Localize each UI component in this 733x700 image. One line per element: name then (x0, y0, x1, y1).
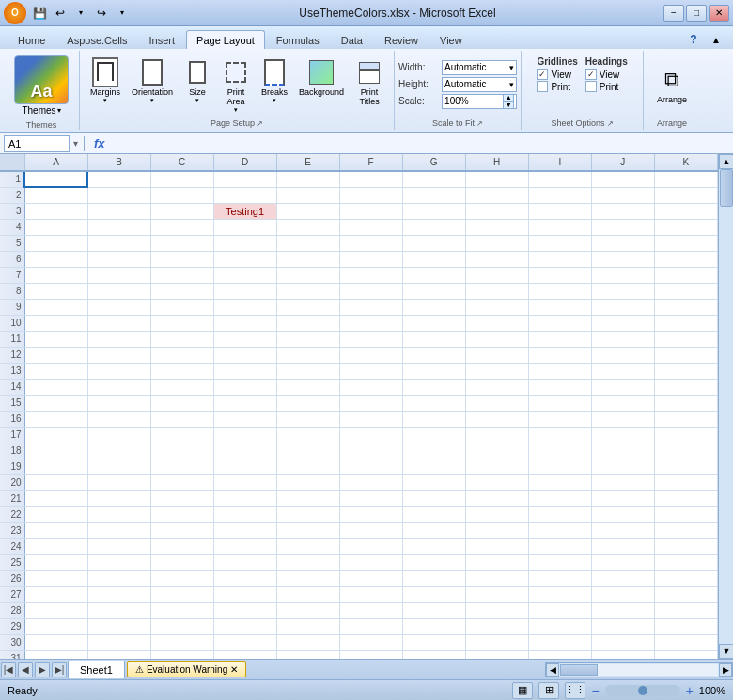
scale-expand-icon[interactable]: ↗ (476, 119, 483, 128)
cell-K24[interactable] (654, 538, 717, 554)
col-header-I[interactable]: I (528, 154, 591, 171)
cell-G29[interactable] (402, 618, 465, 634)
cell-D21[interactable] (213, 490, 276, 506)
cell-G22[interactable] (402, 506, 465, 522)
cell-A19[interactable] (24, 459, 87, 474)
page-break-view-button[interactable]: ⋮⋮ (565, 682, 585, 699)
cell-K20[interactable] (654, 474, 717, 490)
cell-E24[interactable] (276, 538, 339, 554)
cell-B2[interactable] (87, 187, 150, 203)
warning-close-icon[interactable]: ✕ (230, 664, 238, 675)
maximize-button[interactable]: □ (686, 5, 707, 22)
cell-D20[interactable] (213, 474, 276, 490)
scroll-down-button[interactable]: ▼ (719, 644, 733, 659)
cell-J22[interactable] (591, 506, 654, 522)
cell-C23[interactable] (150, 522, 213, 538)
cell-J27[interactable] (591, 586, 654, 602)
scale-percent-input[interactable]: 100% ▲ ▼ (442, 94, 517, 109)
cell-F17[interactable] (339, 427, 402, 443)
cell-E19[interactable] (276, 459, 339, 474)
redo-button[interactable]: ↪ (92, 4, 111, 23)
cell-C27[interactable] (150, 586, 213, 602)
cell-C3[interactable] (150, 203, 213, 219)
tab-prev-button[interactable]: ◀ (18, 662, 33, 677)
scroll-track[interactable] (719, 169, 733, 644)
cell-A9[interactable] (24, 299, 87, 315)
cell-C28[interactable] (150, 602, 213, 618)
cell-A21[interactable] (24, 490, 87, 506)
cell-I13[interactable] (528, 363, 591, 379)
cell-J14[interactable] (591, 379, 654, 395)
cell-B27[interactable] (87, 586, 150, 602)
cell-F3[interactable] (339, 203, 402, 219)
cell-K23[interactable] (654, 522, 717, 538)
col-header-A[interactable]: A (24, 154, 87, 171)
cell-J2[interactable] (591, 187, 654, 203)
cell-E9[interactable] (276, 299, 339, 315)
cell-H13[interactable] (465, 363, 528, 379)
col-header-D[interactable]: D (213, 154, 276, 171)
cell-G27[interactable] (402, 586, 465, 602)
gridlines-view-checkbox[interactable] (537, 69, 548, 80)
cell-K12[interactable] (654, 347, 717, 363)
cell-A11[interactable] (24, 331, 87, 347)
h-scroll-thumb[interactable] (560, 664, 598, 676)
cell-D24[interactable] (213, 538, 276, 554)
cell-G18[interactable] (402, 443, 465, 459)
cell-I22[interactable] (528, 506, 591, 522)
cell-A17[interactable] (24, 427, 87, 443)
cell-F15[interactable] (339, 395, 402, 411)
cell-E30[interactable] (276, 634, 339, 650)
cell-F11[interactable] (339, 331, 402, 347)
cell-A28[interactable] (24, 602, 87, 618)
cell-H18[interactable] (465, 443, 528, 459)
cell-J24[interactable] (591, 538, 654, 554)
cell-C16[interactable] (150, 411, 213, 427)
cell-B31[interactable] (87, 650, 150, 659)
undo-dropdown-button[interactable]: ▾ (71, 4, 90, 23)
cell-E3[interactable] (276, 203, 339, 219)
cell-C25[interactable] (150, 554, 213, 570)
cell-E16[interactable] (276, 411, 339, 427)
cell-C30[interactable] (150, 634, 213, 650)
cell-H29[interactable] (465, 618, 528, 634)
cell-J10[interactable] (591, 315, 654, 331)
cell-F22[interactable] (339, 506, 402, 522)
cell-K22[interactable] (654, 506, 717, 522)
cell-B8[interactable] (87, 283, 150, 299)
breaks-button[interactable]: Breaks ▾ (257, 54, 292, 117)
scale-width-input[interactable]: Automatic ▾ (442, 60, 517, 75)
cell-C24[interactable] (150, 538, 213, 554)
cell-A12[interactable] (24, 347, 87, 363)
cell-J16[interactable] (591, 411, 654, 427)
cell-A1[interactable] (24, 171, 87, 187)
cell-I31[interactable] (528, 650, 591, 659)
cell-B16[interactable] (87, 411, 150, 427)
cell-F31[interactable] (339, 650, 402, 659)
cell-A15[interactable] (24, 395, 87, 411)
cell-G28[interactable] (402, 602, 465, 618)
cell-G25[interactable] (402, 554, 465, 570)
grid-scroll-area[interactable]: A B C D E F G H I J K 123Testing14567891… (0, 154, 718, 659)
cell-K8[interactable] (654, 283, 717, 299)
cell-E18[interactable] (276, 443, 339, 459)
cell-G8[interactable] (402, 283, 465, 299)
cell-K30[interactable] (654, 634, 717, 650)
cell-C13[interactable] (150, 363, 213, 379)
cell-C20[interactable] (150, 474, 213, 490)
qat-more-button[interactable]: ▾ (113, 4, 132, 23)
themes-button[interactable]: Aa Themes ▾ (9, 53, 73, 118)
cell-J26[interactable] (591, 570, 654, 586)
cell-D14[interactable] (213, 379, 276, 395)
cell-B17[interactable] (87, 427, 150, 443)
cell-B24[interactable] (87, 538, 150, 554)
cell-F1[interactable] (339, 171, 402, 187)
cell-J30[interactable] (591, 634, 654, 650)
tab-view[interactable]: View (429, 30, 473, 49)
cell-J28[interactable] (591, 602, 654, 618)
gridlines-print-checkbox[interactable] (537, 81, 548, 92)
cell-A10[interactable] (24, 315, 87, 331)
cell-D12[interactable] (213, 347, 276, 363)
print-area-button[interactable]: Print Area ▾ (217, 54, 255, 117)
cell-H10[interactable] (465, 315, 528, 331)
